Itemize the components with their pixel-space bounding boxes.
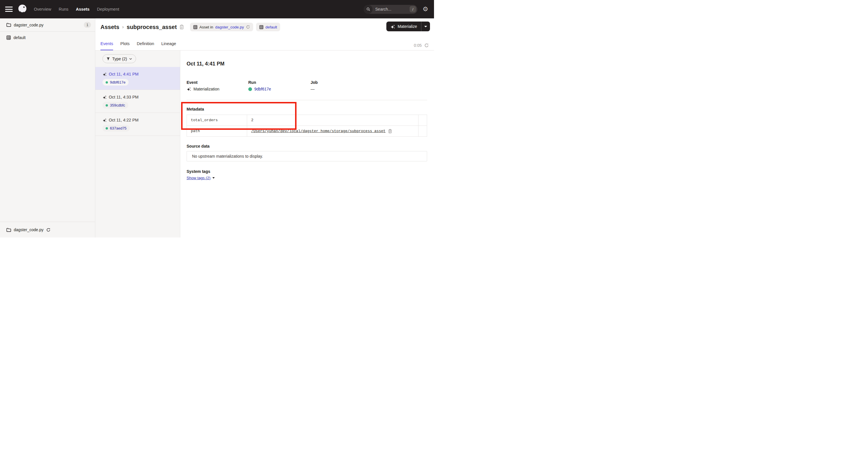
copy-asset-name-icon[interactable] [179,24,184,30]
materialize-dropdown-button[interactable] [422,22,430,31]
show-tags-label: Show tags (2) [187,176,210,180]
run-id-link[interactable]: 9dbf617e [110,80,125,84]
run-status-dot [105,104,108,107]
job-column-label: Job [311,80,318,85]
sidebar-default-group-label: default [13,35,26,40]
type-filter-button[interactable]: Type (2) [102,54,136,63]
refresh-countdown: 0:05 [414,43,422,48]
reload-code-location-icon[interactable] [46,228,51,232]
source-data-empty-message: No upstream materializations to display. [192,154,263,158]
sidebar-count-badge: 1 [84,22,91,28]
chevron-down-icon [424,26,427,27]
section-divider [187,100,427,100]
type-filter-label: Type (2) [112,57,127,61]
nav-item-deployment[interactable]: Deployment [97,7,119,11]
event-column-label: Event [187,80,197,85]
top-navigation-bar: Overview Runs Assets Deployment Search..… [0,0,434,19]
tab-definition[interactable]: Definition [137,41,154,50]
materialization-sparkle-icon [102,95,107,99]
materialization-sparkle-icon [187,87,191,91]
metadata-heading: Metadata [187,107,204,112]
tab-events[interactable]: Events [100,41,113,50]
sidebar-item-code-location[interactable]: dagster_code.py 1 [0,19,95,32]
sidebar-code-location-label: dagster_code.py [14,23,43,27]
run-column-label: Run [248,80,256,85]
asset-code-location-link[interactable]: dagster_code.py [215,25,244,29]
table-row: total_orders 2 [187,115,427,125]
primary-nav: Overview Runs Assets Deployment [34,7,119,11]
event-list-item[interactable]: Oct 11, 4:22 PM 637aed75 [95,113,180,136]
dagster-app-window: Overview Runs Assets Deployment Search..… [0,0,434,237]
folder-icon [6,23,11,27]
breadcrumb-assets-link[interactable]: Assets [100,24,119,30]
run-value: 9dbf617e [248,87,271,91]
show-tags-toggle[interactable]: Show tags (2) [187,176,215,180]
menu-hamburger-icon[interactable] [5,7,12,12]
metadata-path-link[interactable]: /Users/yuhan/dev/local/dagster_home/stor… [251,129,385,133]
group-grid-icon [259,25,264,29]
group-badge-default[interactable]: default [256,23,280,31]
source-data-heading: Source data [187,144,210,148]
asset-badges: Asset in dagster_code.py default [190,23,280,31]
run-chip[interactable]: 9dbf617e [102,79,129,86]
event-detail-panel: Oct 11, 4:41 PM Event Run Job Materializ… [180,51,434,237]
materialize-button[interactable]: Materialize [386,22,421,31]
run-status-dot [248,87,252,91]
asset-tabs: Events Plots Definition Lineage [100,41,176,50]
job-value: — [311,87,315,91]
copy-path-icon[interactable] [388,129,392,133]
materialize-split-button: Materialize [386,22,430,31]
events-content-area: Type (2) Oct 11, 4:41 PM [95,50,434,237]
nav-item-assets[interactable]: Assets [76,7,90,11]
source-data-empty-box: No upstream materializations to display. [187,151,427,161]
refresh-timer: 0:05 [414,43,429,48]
metadata-key: path [187,126,247,137]
nav-item-runs[interactable]: Runs [59,7,68,11]
search-shortcut-badge: / [410,6,416,12]
run-id-link[interactable]: 359cdbfc [110,103,125,108]
folder-icon [6,228,11,232]
sidebar-item-default-group[interactable]: default [0,32,95,43]
metadata-extra-cell [418,126,427,137]
breadcrumb: Assets › subprocess_asset Asset in dagst… [100,23,280,31]
group-badge-label: default [266,25,277,29]
run-status-dot [105,127,108,129]
reload-definitions-icon[interactable] [246,25,250,29]
tab-lineage[interactable]: Lineage [161,41,176,50]
event-detail-title: Oct 11, 4:41 PM [187,61,224,67]
refresh-icon[interactable] [424,43,429,48]
run-id-link[interactable]: 9dbf617e [254,87,271,91]
event-list-item[interactable]: Oct 11, 4:33 PM 359cdbfc [95,90,180,113]
asset-in-code-location-badge[interactable]: Asset in dagster_code.py [190,23,253,31]
breadcrumb-separator: › [122,24,124,30]
event-list-item[interactable]: Oct 11, 4:41 PM 9dbf617e [95,67,180,90]
run-id-link[interactable]: 637aed75 [110,126,127,130]
sidebar-footer-code-location[interactable]: dagster_code.py [0,222,95,237]
nav-item-overview[interactable]: Overview [34,7,51,11]
materialization-sparkle-icon [102,72,107,77]
event-type-text: Materialization [193,87,219,91]
left-sidebar: dagster_code.py 1 default dagster_code.p… [0,19,95,237]
system-tags-heading: System tags [187,169,210,174]
metadata-extra-cell [418,115,427,125]
metadata-value: /Users/yuhan/dev/local/dagster_home/stor… [247,126,418,137]
materialization-sparkle-icon [102,118,107,122]
asset-grid-icon [193,25,197,29]
settings-gear-icon[interactable]: ⚙ [423,6,428,12]
run-chip[interactable]: 637aed75 [102,125,130,131]
run-status-dot [105,81,108,84]
table-row: path /Users/yuhan/dev/local/dagster_home… [187,125,427,137]
event-timestamp: Oct 11, 4:22 PM [109,118,138,122]
search-placeholder: Search... [375,7,391,11]
page-title-asset-name: subprocess_asset [127,24,177,30]
metadata-key: total_orders [187,115,247,125]
event-timestamp: Oct 11, 4:33 PM [109,95,138,99]
asset-in-prefix: Asset in [199,25,213,29]
run-chip[interactable]: 359cdbfc [102,102,128,109]
tab-plots[interactable]: Plots [120,41,129,50]
dagster-logo-icon[interactable] [17,4,28,14]
metadata-table: total_orders 2 path /Users/yuhan/dev/loc… [187,115,427,137]
search-input[interactable]: Search... / [364,5,417,14]
search-icon [364,5,373,14]
event-list-panel: Type (2) Oct 11, 4:41 PM [95,51,180,237]
